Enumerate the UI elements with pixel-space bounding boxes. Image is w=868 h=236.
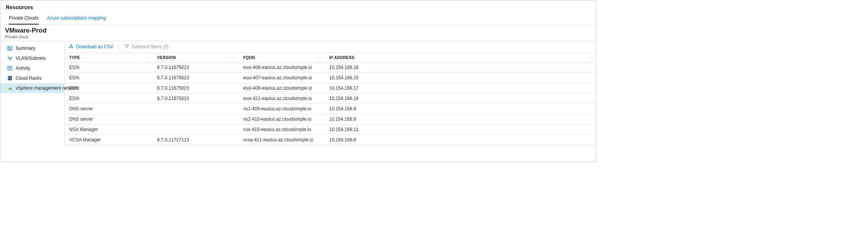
sort-icon[interactable]: ↑↓ [318,55,322,59]
sidebar-item-vsphere-network[interactable]: vSphere management network [0,83,64,93]
cell-type: ESXi [65,83,153,93]
filter-button[interactable]: Selected filters (0) [124,44,169,50]
cell-version [153,103,239,114]
tab-azure-subscriptions-mapping[interactable]: Azure subscriptions mapping [47,13,106,25]
column-header-label: VERSION [157,55,176,60]
cell-type: VCSA Manager [65,134,153,145]
cell-fqdn: vcsa-411-eastus.az.cloudsimple.io [239,134,325,145]
table-row[interactable]: ESXi6.7.0.11675023esxi-408-eastus.az.clo… [65,83,596,93]
vlan-icon [7,56,13,61]
cell-fqdn: esxi-421-eastus.az.cloudsimple.io [239,93,325,103]
filter-icon [124,44,129,50]
table-row[interactable]: ESXi6.7.0.11675023esxi-407-eastus.az.clo… [65,72,596,83]
table-row[interactable]: ESXi6.7.0.11675023esxi-406-eastus.az.clo… [65,62,596,72]
svg-rect-11 [8,76,12,77]
column-header-label: IP ADDRESS [329,55,354,60]
cell-ip: 10.154.168.17 [325,83,596,93]
cell-fqdn: ns1-409-eastus.az.cloudsimple.io [239,103,325,114]
cell-ip: 10.154.168.6 [325,134,596,145]
column-header-ip[interactable]: IP ADDRESS ↑↓ [325,53,596,62]
cell-ip: 10.154.168.8 [325,103,596,114]
table-row[interactable]: DNS serverns1-409-eastus.az.cloudsimple.… [65,103,596,114]
column-header-fqdn[interactable]: FQDN ↑↓ [239,53,325,62]
activity-icon [7,66,13,71]
cell-type: DNS server [65,103,153,114]
network-icon [7,85,13,91]
column-header-version[interactable]: VERSION ↑↓ [153,53,239,62]
cell-version: 6.7.0.11727113 [153,134,239,145]
resource-header: VMware-Prod Private cloud [0,25,596,41]
resource-type: Private cloud [5,34,592,39]
sidebar-item-summary[interactable]: Summary [0,43,64,53]
cell-type: ESXi [65,93,153,103]
download-csv-label: Download as CSV [76,44,113,49]
column-header-type[interactable]: TYPE ↑↓ [65,53,153,62]
cell-version: 6.7.0.11675023 [153,72,239,83]
cell-type: ESXi [65,72,153,83]
svg-rect-13 [8,79,12,80]
cell-fqdn: esxi-408-eastus.az.cloudsimple.io [239,83,325,93]
cell-type: NSX Manager [65,124,153,134]
cell-fqdn: ns2-410-eastus.az.cloudsimple.io [239,114,325,124]
cell-ip: 10.154.168.16 [325,62,596,72]
page-title: Resources [0,0,596,13]
cell-ip: 10.154.168.15 [325,72,596,83]
sidebar: Summary VLAN/Subnets Activity Cloud Rack… [0,41,65,145]
cell-type: ESXi [65,62,153,72]
svg-rect-1 [8,47,10,48]
filter-label: Selected filters (0) [132,44,169,49]
sidebar-item-label: Cloud Racks [16,75,42,81]
cell-ip: 10.154.168.11 [325,124,596,134]
cell-fqdn: esxi-406-eastus.az.cloudsimple.io [239,62,325,72]
sort-icon[interactable]: ↑↓ [589,55,593,59]
table-row[interactable]: VCSA Manager6.7.0.11727113vcsa-411-eastu… [65,134,596,145]
cell-type: DNS server [65,114,153,124]
resource-name: VMware-Prod [5,27,592,34]
sidebar-item-label: Summary [16,46,35,51]
cell-ip: 10.154.168.18 [325,93,596,103]
toolbar-divider [119,43,119,50]
table-row[interactable]: NSX Managernsx-419-eastus.az.cloudsimple… [65,124,596,134]
column-header-label: FQDN [243,55,255,60]
data-table: TYPE ↑↓ VERSION ↑↓ FQDN ↑↓ IP ADDRESS ↑↓ [65,53,596,145]
cell-version: 6.7.0.11675023 [153,83,239,93]
cell-version [153,114,239,124]
racks-icon [7,75,13,81]
table-row[interactable]: DNS serverns2-410-eastus.az.cloudsimple.… [65,114,596,124]
svg-rect-0 [8,46,12,50]
content-pane: Download as CSV Selected filters (0) TYP… [65,41,596,145]
sort-icon[interactable]: ↑↓ [232,55,236,59]
download-icon [68,43,74,50]
sidebar-item-cloud-racks[interactable]: Cloud Racks [0,73,64,83]
sidebar-item-label: Activity [16,66,30,71]
cell-version: 6.7.0.11675023 [153,93,239,103]
column-header-label: TYPE [69,55,80,60]
toolbar: Download as CSV Selected filters (0) [65,41,596,53]
cell-ip: 10.154.168.9 [325,114,596,124]
cell-fqdn: nsx-419-eastus.az.cloudsimple.io [239,124,325,134]
table-row[interactable]: ESXi6.7.0.11675023esxi-421-eastus.az.clo… [65,93,596,103]
sidebar-item-label: VLAN/Subnets [16,56,46,61]
cell-fqdn: esxi-407-eastus.az.cloudsimple.io [239,72,325,83]
summary-icon [7,46,13,51]
download-csv-button[interactable]: Download as CSV [68,43,113,50]
sidebar-item-activity[interactable]: Activity [0,63,64,73]
sort-icon[interactable]: ↑↓ [146,55,150,59]
sidebar-item-vlan-subnets[interactable]: VLAN/Subnets [0,53,64,63]
tab-private-clouds[interactable]: Private Clouds [9,13,39,25]
cell-version: 6.7.0.11675023 [153,62,239,72]
tab-strip: Private Clouds Azure subscriptions mappi… [0,13,596,25]
cell-version [153,124,239,134]
svg-rect-12 [8,77,12,79]
